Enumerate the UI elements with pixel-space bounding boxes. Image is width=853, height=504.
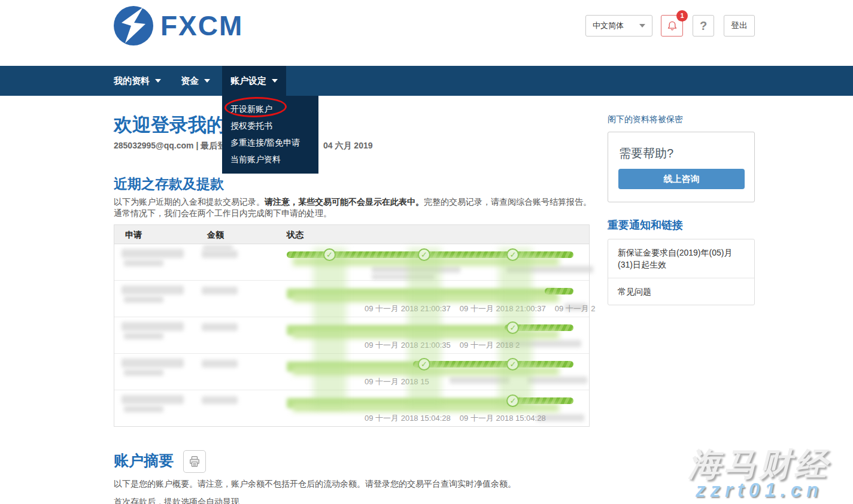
last-login-date: 04 六月 2019 [323,141,373,151]
status-progress-bar: ✓ [287,397,573,412]
redacted-value [122,395,184,404]
redacted-value [203,245,233,250]
column-header-amount: 金额 [207,230,224,241]
table-row: ✓09 十一月 2018 21:00:3509 十一月 2018 2 [114,317,589,354]
table-row: ✓09 十一月 2018 15:04:2809 十一月 2018 15:04:2… [114,390,589,427]
notification-badge: 1 [676,10,688,22]
redacted-value [124,296,163,303]
status-timestamp: 09 十一月 2018 21:00:37 [460,304,546,313]
redacted-value [202,323,238,331]
summary-note: 首次存款后，提款选项会自动显现 [114,497,239,504]
redacted-value [124,260,163,266]
help-button-label: ? [700,19,707,33]
table-row: ✓✓✓ [114,244,589,281]
status-timestamps: 09 十一月 2018 15:04:2809 十一月 2018 15:04:28 [365,413,555,424]
fxcm-logo-icon [114,6,153,45]
privacy-note: 阁下的资料将被保密 [608,114,683,125]
status-timestamps: 09 十一月 2018 21:00:3709 十一月 2018 21:00:37… [365,303,605,314]
nav-item-label: 我的资料 [114,75,150,87]
status-timestamps: 09 十一月 2018 15 [365,377,438,387]
chevron-down-icon [204,79,210,83]
redacted-value [202,250,238,258]
column-header-status: 状态 [287,230,303,241]
nav-item-funds[interactable]: 资金 [172,66,218,96]
fxcm-logo-text: FXCM [160,10,243,42]
notifications-button[interactable]: 1 [661,15,683,37]
redacted-value [202,287,238,294]
redacted-value [506,266,593,273]
redacted-value [202,396,238,404]
status-progress-bar: ✓ [287,324,573,339]
main-nav: 我的资料 资金 账户设定 [0,66,853,96]
print-button[interactable] [183,450,206,473]
nav-item-label: 资金 [181,75,199,87]
logout-button-label: 登出 [731,20,748,31]
redacted-value [124,406,163,412]
redacted-value [122,322,184,331]
summary-intro: 以下是您的账户概要。请注意，账户余额不包括开仓后的流动余额。请登录您的交易平台查… [114,479,591,490]
chevron-down-icon [155,79,161,83]
logout-button[interactable]: 登出 [724,15,755,37]
check-icon: ✓ [418,248,430,261]
status-timestamp: 09 十一月 2018 21:00:37 [365,304,451,313]
fxcm-logo: FXCM [114,6,243,45]
status-timestamp: 09 十一月 2 [555,304,596,313]
redacted-value [202,360,238,368]
redacted-value [527,377,587,384]
language-select-value: 中文简体 [593,20,624,31]
redacted-value [124,369,163,376]
deposits-table-header: 申请 金额 状态 [114,225,589,244]
nav-item-account-settings[interactable]: 账户设定 [222,66,286,96]
deposits-table-body: ✓✓✓09 十一月 2018 21:00:3709 十一月 2018 21:00… [114,244,589,427]
redacted-value [122,359,184,368]
chevron-down-icon [272,79,278,83]
deposits-intro-text: 以下为账户近期的入金和提款交易记录。 [114,197,265,207]
notice-link-margin-requirement[interactable]: 新保证金要求自(2019)年(05)月(31)日起生效 [608,239,754,278]
check-icon: ✓ [418,358,430,371]
notices-section-title: 重要通知和链接 [608,218,683,232]
redacted-value [124,333,163,339]
deposits-intro-bold: 请注意，某些交易可能不会显示在此表中。 [265,197,424,207]
status-timestamp: 09 十一月 2018 15:04:28 [365,414,451,423]
status-timestamp: 09 十一月 2018 15 [365,377,429,386]
status-progress-bar: ✓✓✓ [287,251,573,266]
status-progress-bar [287,288,573,302]
redacted-value [372,274,435,280]
watermark-url: zzrt01.cn [696,479,823,502]
help-button[interactable]: ? [693,15,714,37]
live-chat-button[interactable]: 线上咨询 [618,169,745,189]
redacted-value [122,249,184,258]
status-progress-bar: ✓✓ [287,361,573,375]
table-row: ✓✓09 十一月 2018 15 [114,354,589,390]
nav-item-label: 账户设定 [230,75,266,87]
help-box-title: 需要帮助? [619,145,673,162]
account-email-last-login: 285032995@qq.com | 最后登 [114,141,226,151]
nav-item-my-profile[interactable]: 我的资料 [105,66,169,96]
redacted-value [450,377,509,384]
help-box: 需要帮助? 线上咨询 [608,132,755,202]
menu-item-current-account-info[interactable]: 当前账户资料 [222,151,318,168]
column-header-application: 申请 [125,230,142,241]
table-row: 09 十一月 2018 21:00:3709 十一月 2018 21:00:37… [114,281,589,317]
page-title: 欢迎登录我的 [114,113,225,138]
chevron-down-icon [639,24,645,28]
deposits-intro: 以下为账户近期的入金和提款交易记录。请注意，某些交易可能不会显示在此表中。完整的… [114,196,591,219]
summary-section-title: 账户摘要 [114,451,174,470]
deposits-table: 申请 金额 状态 ✓✓✓09 十一月 2018 21:00:3709 十一月 2… [114,224,590,427]
redacted-value [122,286,184,294]
check-icon: ✓ [323,248,336,261]
deposits-section-title: 近期之存款及提款 [114,175,224,193]
notice-link-faq[interactable]: 常见问题 [608,278,754,305]
notices-box: 新保证金要求自(2019)年(05)月(31)日起生效 常见问题 [608,239,755,305]
printer-icon [188,455,201,468]
status-timestamps: 09 十一月 2018 21:00:3509 十一月 2018 2 [365,340,529,351]
menu-item-power-of-attorney[interactable]: 授权委托书 [222,117,318,134]
bell-icon [666,20,678,32]
redacted-value [372,266,460,273]
status-timestamp: 09 十一月 2018 21:00:35 [365,341,451,350]
status-timestamp: 09 十一月 2018 2 [460,341,520,350]
menu-item-multiple-connection-waiver[interactable]: 多重连接/豁免申请 [222,134,318,151]
page: FXCM 中文简体 1 ? 登出 我的资料 资金 账户设定 开设新账 [0,0,853,504]
status-timestamp: 09 十一月 2018 15:04:28 [460,414,546,423]
language-select[interactable]: 中文简体 [585,15,652,37]
